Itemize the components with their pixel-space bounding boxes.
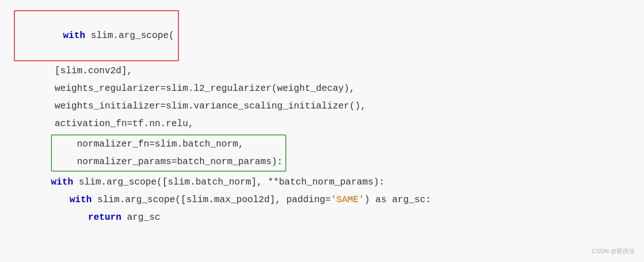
- line4-text: weights_initializer=slim.variance_scalin…: [32, 98, 366, 114]
- watermark: CSDN @郭庆汝: [592, 247, 635, 256]
- line1-rest: slim.arg_scope(: [85, 30, 174, 41]
- green-line-2: normalizer_params=batch_norm_params):: [55, 153, 283, 171]
- string-same: 'SAME': [331, 192, 364, 208]
- line-4: weights_initializer=slim.variance_scalin…: [14, 97, 630, 115]
- green-line-1: normalizer_fn=slim.batch_norm,: [55, 135, 283, 153]
- line8-rest: slim.arg_scope([slim.max_pool2d], paddin…: [92, 192, 331, 208]
- line-5: activation_fn=tf.nn.relu,: [14, 115, 630, 133]
- line-3: weights_regularizer=slim.l2_regularizer(…: [14, 80, 630, 97]
- line8-as: ) as arg_sc:: [364, 192, 431, 208]
- keyword-with-3: with: [69, 192, 92, 208]
- line-2: [slim.conv2d],: [14, 62, 630, 80]
- line5-text: activation_fn=tf.nn.relu,: [32, 116, 194, 132]
- red-highlighted-line: with slim.arg_scope(: [14, 10, 179, 61]
- line-1: with slim.arg_scope(: [14, 9, 630, 62]
- line9-rest: arg_sc: [121, 210, 160, 225]
- line-9: return arg_sc: [14, 209, 630, 226]
- code-block: with slim.arg_scope( [slim.conv2d], weig…: [14, 9, 630, 226]
- line3-text: weights_regularizer=slim.l2_regularizer(…: [32, 81, 355, 96]
- code-container: with slim.arg_scope( [slim.conv2d], weig…: [0, 0, 644, 262]
- line-7: with slim.arg_scope([slim.batch_norm], *…: [14, 173, 630, 191]
- keyword-return: return: [88, 210, 121, 225]
- keyword-with-2: with: [51, 174, 73, 190]
- line7-rest: slim.arg_scope([slim.batch_norm], **batc…: [73, 174, 385, 190]
- keyword-with-1: with: [63, 30, 85, 41]
- green-highlighted-section: normalizer_fn=slim.batch_norm, normalize…: [14, 134, 286, 173]
- line-8: with slim.arg_scope([slim.max_pool2d], p…: [14, 191, 630, 209]
- line2-text: [slim.conv2d],: [32, 63, 133, 79]
- green-box: normalizer_fn=slim.batch_norm, normalize…: [51, 134, 286, 172]
